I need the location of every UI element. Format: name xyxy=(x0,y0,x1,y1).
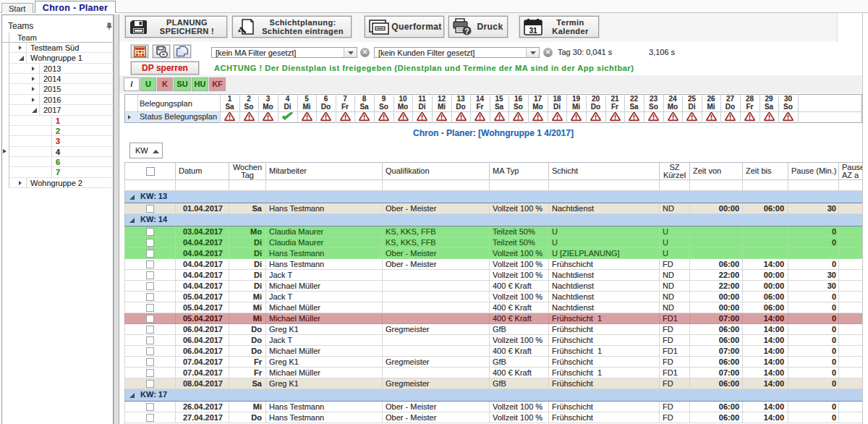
svg-text:31: 31 xyxy=(529,26,537,34)
svg-text:?: ? xyxy=(464,27,469,35)
